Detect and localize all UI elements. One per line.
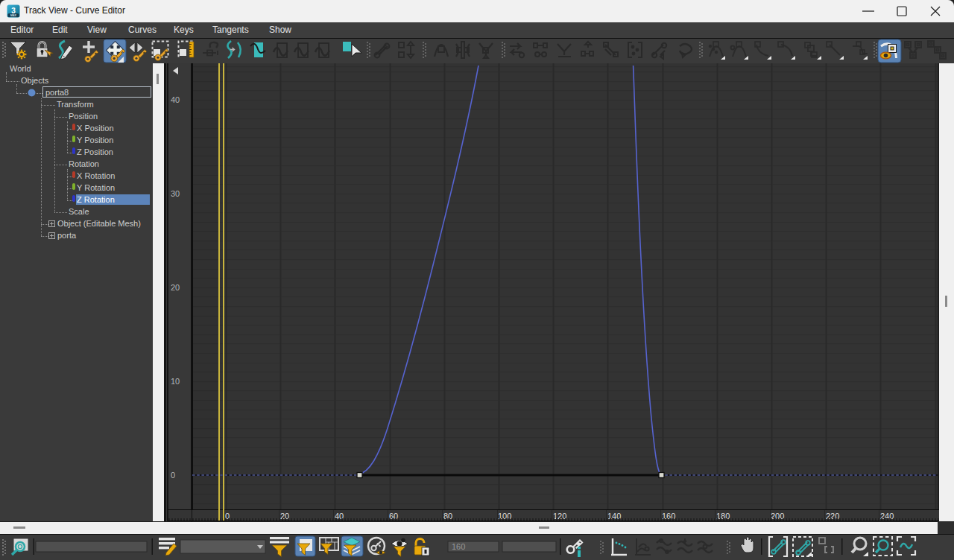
svg-text:160: 160 bbox=[452, 542, 465, 551]
svg-text:MAX: MAX bbox=[10, 14, 17, 17]
svg-text:3: 3 bbox=[11, 7, 16, 15]
